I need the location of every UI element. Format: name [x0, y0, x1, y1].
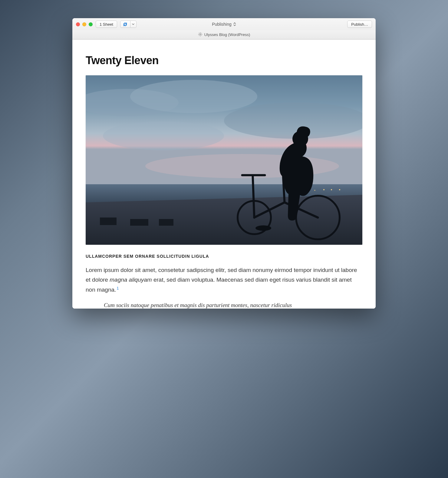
blog-target-label[interactable]: Ulysses Blog (WordPress)	[204, 32, 250, 37]
window-title-label: Publishing	[212, 22, 232, 27]
svg-point-14	[314, 190, 315, 191]
window-title[interactable]: Publishing	[212, 22, 236, 27]
updown-icon	[233, 22, 236, 26]
post-subheading: ULLAMCORPER SEM ORNARE SOLLICITUDIN LIGU…	[86, 254, 362, 259]
paragraph-emphasis: magna aliquyam	[110, 277, 152, 283]
post-quote: Cum sociis natoque penatibus et magnis d…	[104, 302, 362, 309]
svg-rect-10	[159, 219, 173, 226]
titlebar-row: 1 Sheet Publishing	[72, 18, 376, 30]
refresh-dropdown-button[interactable]	[130, 21, 137, 28]
footnote-ref-1[interactable]: 1	[117, 286, 119, 290]
gear-icon-wrap[interactable]	[198, 32, 203, 38]
close-window-button[interactable]	[76, 22, 80, 26]
preview-content: Twenty Eleven	[72, 40, 376, 309]
minimize-window-button[interactable]	[82, 22, 86, 26]
app-window: 1 Sheet Publishing	[72, 18, 376, 309]
svg-point-5	[103, 121, 224, 150]
publish-button[interactable]: Publish…	[347, 21, 372, 28]
refresh-button[interactable]	[120, 21, 130, 28]
traffic-lights	[76, 22, 93, 26]
svg-point-3	[130, 80, 257, 113]
zoom-window-button[interactable]	[89, 22, 93, 26]
subheader: Ulysses Blog (WordPress)	[72, 30, 376, 39]
svg-point-12	[331, 189, 332, 190]
refresh-icon	[123, 22, 127, 27]
titlebar: 1 Sheet Publishing	[72, 18, 376, 40]
hero-image-svg	[86, 75, 362, 245]
svg-point-11	[323, 189, 324, 190]
svg-point-13	[339, 189, 340, 190]
svg-rect-9	[130, 219, 148, 226]
post-paragraph: Lorem ipsum dolor sit amet, consetetur s…	[86, 265, 362, 295]
svg-point-18	[255, 225, 271, 231]
sheet-count-button[interactable]: 1 Sheet	[96, 21, 117, 28]
chevron-down-icon	[132, 23, 134, 25]
refresh-split-button	[120, 21, 137, 28]
svg-point-0	[199, 34, 201, 35]
svg-rect-8	[100, 218, 117, 225]
hero-image	[86, 75, 362, 245]
gear-icon	[198, 32, 203, 37]
post-title: Twenty Eleven	[86, 54, 362, 67]
